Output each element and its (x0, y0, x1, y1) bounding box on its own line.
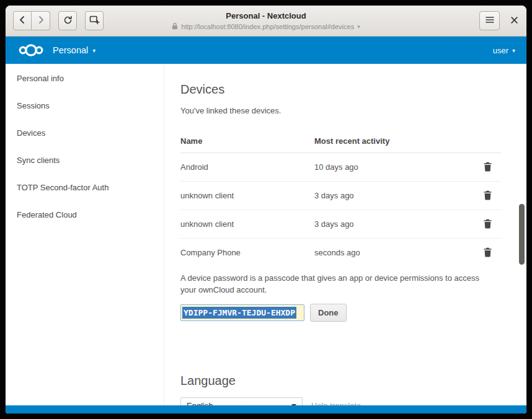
new-tab-button[interactable] (85, 11, 104, 30)
trash-icon (483, 250, 492, 259)
nextcloud-header: Personal ▾ user ▾ (6, 37, 526, 64)
app-menu-caret-icon: ▾ (92, 47, 95, 54)
activity-column-header: Most recent activity (314, 131, 474, 153)
device-password-row: YDIPP-FJMVR-TEJDU-EHXDP Done (180, 304, 502, 322)
url-text: http://localhost:8080/index.php/settings… (181, 23, 354, 32)
language-select[interactable]: English (180, 397, 303, 405)
window-title: Personal - Nextcloud (172, 11, 360, 21)
app-menu-label: Personal (53, 45, 88, 55)
devices-table: Name Most recent activity Android 10 day… (180, 131, 501, 267)
delete-device-button[interactable] (482, 218, 494, 230)
device-activity: 3 days ago (314, 182, 474, 210)
actions-column-header (474, 131, 501, 153)
done-button[interactable]: Done (310, 304, 347, 322)
user-menu-label: user (493, 46, 508, 55)
device-password-note: A device password is a passcode that giv… (180, 273, 490, 296)
main-content: Devices You've linked these devices. Nam… (164, 64, 526, 405)
devices-heading: Devices (180, 82, 502, 97)
trash-icon (483, 164, 492, 174)
app-menu[interactable]: Personal ▾ (53, 45, 95, 55)
sidebar-item-totp[interactable]: TOTP Second-factor Auth (6, 174, 164, 201)
devices-subtitle: You've linked these devices. (180, 106, 502, 115)
device-password-input[interactable]: YDIPP-FJMVR-TEJDU-EHXDP (180, 304, 304, 321)
sidebar-item-federated-cloud[interactable]: Federated Cloud (6, 201, 164, 228)
browser-window: Personal - Nextcloud http://localhost:80… (5, 5, 527, 414)
sidebar-item-sessions[interactable]: Sessions (6, 92, 164, 119)
reload-icon (63, 15, 73, 27)
trash-icon (483, 193, 492, 202)
device-password-value: YDIPP-FJMVR-TEJDU-EHXDP (182, 307, 296, 319)
table-row: unknown client 3 days ago (180, 182, 501, 210)
forward-icon (37, 15, 45, 26)
language-row: English Help translate (180, 397, 502, 405)
select-caret-icon (291, 404, 296, 405)
new-tab-icon (89, 15, 100, 27)
back-icon (18, 15, 27, 26)
user-menu-caret-icon: ▾ (512, 47, 515, 54)
close-button[interactable] (510, 15, 519, 27)
back-button[interactable] (13, 11, 32, 30)
language-selected-value: English (187, 401, 213, 405)
sidebar-item-devices[interactable]: Devices (6, 119, 164, 146)
scrollbar-track[interactable] (518, 64, 526, 405)
nextcloud-logo-icon[interactable] (17, 43, 45, 58)
page-content: Personal info Sessions Devices Sync clie… (6, 64, 526, 405)
delete-device-button[interactable] (482, 161, 494, 173)
delete-device-button[interactable] (482, 189, 494, 201)
browser-titlebar: Personal - Nextcloud http://localhost:80… (6, 6, 526, 37)
device-activity: 10 days ago (314, 153, 474, 182)
reload-button[interactable] (58, 11, 77, 30)
url-dropdown-icon[interactable]: ▾ (357, 24, 360, 30)
url-bar[interactable]: http://localhost:8080/index.php/settings… (172, 22, 360, 32)
user-menu[interactable]: user ▾ (493, 46, 515, 55)
device-name: Android (180, 153, 314, 182)
table-row: Android 10 days ago (180, 153, 501, 182)
menu-button[interactable] (479, 11, 500, 30)
table-header-row: Name Most recent activity (180, 131, 501, 153)
scrollbar-thumb[interactable] (519, 204, 525, 265)
name-column-header: Name (180, 131, 314, 153)
trash-icon (483, 221, 492, 231)
settings-sidebar: Personal info Sessions Devices Sync clie… (6, 64, 164, 405)
language-heading: Language (180, 374, 502, 388)
forward-button[interactable] (32, 11, 50, 30)
table-row: unknown client 3 days ago (180, 210, 501, 239)
delete-device-button[interactable] (482, 246, 494, 258)
footer-strip (6, 405, 526, 413)
device-name: unknown client (180, 210, 314, 239)
close-icon (510, 15, 519, 27)
sidebar-item-sync-clients[interactable]: Sync clients (6, 146, 164, 174)
table-row: Company Phone seconds ago (180, 239, 501, 267)
device-activity: 3 days ago (314, 210, 474, 239)
nav-button-group (13, 11, 50, 30)
hamburger-icon (485, 15, 495, 26)
device-name: unknown client (180, 182, 314, 210)
help-translate-link[interactable]: Help translate (311, 401, 361, 405)
device-name: Company Phone (180, 239, 314, 267)
device-activity: seconds ago (314, 239, 474, 267)
insecure-lock-icon (172, 22, 178, 32)
sidebar-item-personal-info[interactable]: Personal info (6, 64, 164, 92)
